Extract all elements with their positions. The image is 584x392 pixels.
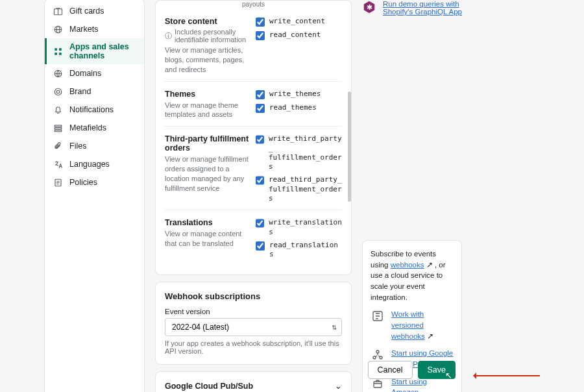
access-scopes-card: payouts Store content ⓘ Includes persona… — [155, 0, 352, 275]
checkbox[interactable] — [256, 90, 265, 99]
scope-translations: Translations View or manage content that… — [165, 210, 342, 265]
sidebar-label: Notifications — [69, 105, 114, 114]
event-version-label: Event version — [165, 308, 342, 315]
save-button[interactable]: Save ↖ — [418, 361, 456, 379]
domain-icon — [53, 68, 63, 79]
sidebar-item-metafields[interactable]: Metafields — [45, 119, 144, 137]
scope-write-translations[interactable]: write_translations — [256, 218, 342, 237]
cursor-icon: ↖ — [445, 371, 452, 380]
sidebar-label: Languages — [69, 160, 110, 169]
svg-rect-4 — [59, 48, 62, 51]
cancel-button[interactable]: Cancel — [368, 361, 413, 379]
sidebar-item-gift-cards[interactable]: Gift cards — [45, 2, 144, 20]
event-version-select[interactable]: 2022-04 (Latest) — [165, 318, 342, 336]
scope-write-content[interactable]: write_content — [256, 17, 342, 27]
sidebar-label: Policies — [69, 178, 97, 187]
checkbox[interactable] — [256, 176, 264, 185]
apps-icon — [53, 46, 63, 56]
scope-desc: View or manage fulfillment orders assign… — [165, 154, 249, 193]
sidebar-item-apps[interactable]: Apps and sales channels — [45, 38, 144, 64]
globe-icon — [53, 24, 63, 34]
prev-scope-trail: payouts — [165, 1, 342, 9]
svg-point-9 — [56, 90, 60, 93]
svg-rect-20 — [374, 382, 382, 387]
main-column: payouts Store content ⓘ Includes persona… — [155, 0, 352, 392]
scope-themes: Themes View or manage theme templates an… — [165, 82, 342, 127]
chevron-down-icon: ⌄ — [335, 381, 342, 391]
sidebar-label: Files — [69, 141, 86, 151]
versioned-webhooks-link[interactable]: Work with versioned webhooks — [391, 310, 425, 339]
sidebar-label: Markets — [69, 25, 98, 34]
checkbox[interactable] — [256, 104, 265, 113]
scope-title: Store content — [165, 17, 249, 26]
event-version-help: If your app creates a webhook subscripti… — [165, 339, 342, 355]
svg-point-17 — [376, 350, 379, 353]
svg-rect-6 — [59, 53, 62, 55]
collapse-title: Google Cloud Pub/Sub — [165, 382, 253, 391]
sidebar-label: Gift cards — [69, 6, 104, 16]
info-icon: ⓘ — [165, 31, 172, 41]
gift-card-icon — [53, 6, 63, 16]
scope-read-fulfillment[interactable]: read_third_party_ fulfillment_orders — [256, 175, 342, 203]
language-icon — [53, 159, 63, 169]
google-pubsub-section[interactable]: Google Cloud Pub/Sub ⌄ — [155, 371, 352, 392]
graphiql-promo: ✱ Run demo queries with Shopify's Graphi… — [362, 0, 462, 16]
svg-rect-3 — [55, 48, 57, 51]
sidebar-item-domains[interactable]: Domains — [45, 64, 144, 82]
svg-text:✱: ✱ — [367, 3, 372, 11]
eventbridge-link[interactable]: Start using Amazon EventBridge — [391, 378, 432, 392]
footer-actions: Cancel Save ↖ — [368, 361, 456, 379]
settings-sidebar: Gift cards Markets Apps and sales channe… — [44, 0, 145, 392]
sidebar-label: Domains — [69, 69, 101, 78]
webhook-subscriptions-card: Webhook subscriptions Event version 2022… — [155, 282, 352, 365]
versioned-webhooks-icon — [371, 309, 385, 323]
scope-desc: View or manage theme templates and asset… — [165, 101, 249, 120]
sidebar-item-languages[interactable]: Languages — [45, 155, 144, 173]
scope-read-themes[interactable]: read_themes — [256, 103, 342, 113]
scope-store-content: Store content ⓘ Includes personally iden… — [165, 9, 342, 82]
sidebar-label: Brand — [69, 87, 91, 96]
sidebar-label: Apps and sales channels — [69, 42, 136, 60]
sidebar-item-markets[interactable]: Markets — [45, 20, 144, 38]
graphiql-icon: ✱ — [362, 0, 376, 14]
brand-icon — [53, 86, 63, 97]
external-icon: ↗ — [424, 261, 432, 269]
checkbox[interactable] — [256, 31, 265, 40]
webhooks-doc-link[interactable]: webhooks — [391, 261, 424, 269]
svg-rect-11 — [55, 127, 62, 129]
scope-desc: View or manage content that can be trans… — [165, 229, 249, 249]
right-column: ✱ Run demo queries with Shopify's Graphi… — [362, 0, 462, 392]
scope-desc: View or manage articles, blogs, comments… — [165, 45, 249, 75]
scope-read-translations[interactable]: read_translations — [256, 241, 342, 260]
svg-point-8 — [55, 88, 62, 95]
checkbox[interactable] — [256, 135, 264, 144]
scope-read-content[interactable]: read_content — [256, 31, 342, 40]
scope-write-fulfillment[interactable]: write_third_party_ fulfillment_orders — [256, 134, 342, 171]
scope-third-party-fulfillment: Third-party fulfillment orders View or m… — [165, 127, 342, 210]
external-icon: ↗ — [425, 332, 433, 340]
policies-icon — [53, 177, 63, 188]
checkbox[interactable] — [256, 241, 265, 251]
scope-title: Themes — [165, 90, 249, 99]
checkbox[interactable] — [256, 18, 265, 27]
pii-note: ⓘ Includes personally identifiable infor… — [165, 28, 249, 43]
checkbox[interactable] — [256, 219, 264, 228]
metafields-icon — [53, 123, 63, 133]
scope-title: Translations — [165, 218, 249, 227]
sidebar-item-brand[interactable]: Brand — [45, 82, 144, 101]
bell-icon — [53, 104, 63, 115]
scope-title: Third-party fulfillment orders — [165, 134, 249, 153]
annotation-arrow — [475, 375, 540, 376]
svg-rect-5 — [55, 53, 57, 55]
sidebar-label: Metafields — [69, 123, 106, 132]
paperclip-icon — [53, 141, 63, 151]
scope-write-themes[interactable]: write_themes — [256, 90, 342, 99]
sidebar-item-files[interactable]: Files — [45, 137, 144, 155]
webhook-title: Webhook subscriptions — [165, 291, 342, 301]
sidebar-item-notifications[interactable]: Notifications — [45, 101, 144, 119]
svg-rect-12 — [55, 130, 62, 131]
graphiql-link[interactable]: Run demo queries with Shopify's GraphiQL… — [383, 0, 462, 16]
sidebar-item-policies[interactable]: Policies — [45, 173, 144, 191]
scrollbar[interactable] — [348, 92, 351, 202]
svg-rect-10 — [55, 125, 62, 127]
